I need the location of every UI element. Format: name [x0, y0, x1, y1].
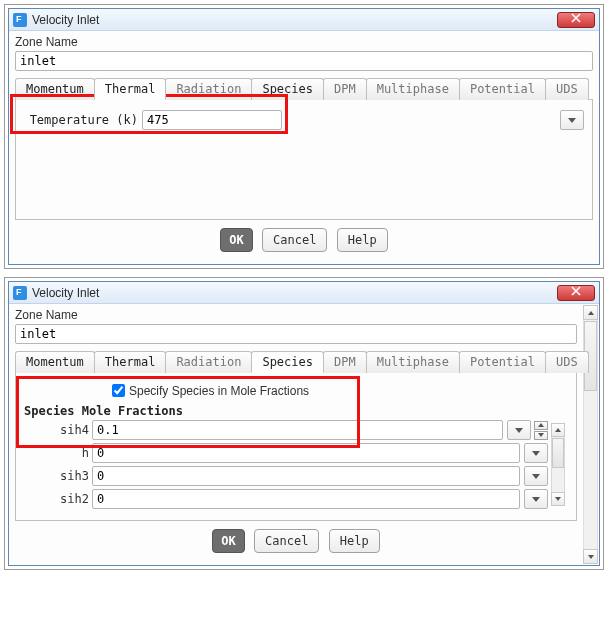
titlebar: Velocity Inlet	[9, 9, 599, 31]
close-icon	[570, 13, 582, 23]
chevron-down-icon	[532, 451, 540, 456]
cancel-button[interactable]: Cancel	[262, 228, 327, 252]
tabbar: Momentum Thermal Radiation Species DPM M…	[15, 77, 593, 100]
species-value-input[interactable]	[92, 489, 520, 509]
zone-name-label: Zone Name	[15, 35, 593, 49]
tab-momentum[interactable]: Momentum	[15, 351, 95, 373]
species-value-input[interactable]	[92, 466, 520, 486]
tab-thermal[interactable]: Thermal	[94, 351, 167, 373]
species-label: sih4	[24, 423, 92, 437]
chevron-down-icon	[515, 428, 523, 433]
species-constant-dropdown[interactable]	[507, 420, 531, 440]
species-label: h	[24, 446, 92, 460]
species-list-scrollbar[interactable]	[551, 423, 565, 506]
species-constant-dropdown[interactable]	[524, 443, 548, 463]
temperature-input[interactable]	[142, 110, 282, 130]
close-icon	[570, 286, 582, 296]
chevron-down-icon	[532, 474, 540, 479]
dialog-vertical-scrollbar[interactable]	[583, 305, 598, 564]
species-panel: Specify Species in Mole Fractions Specie…	[15, 373, 577, 521]
tab-potential[interactable]: Potential	[459, 78, 546, 100]
screenshot-thermal: Velocity Inlet Zone Name Momentum Therma…	[4, 4, 604, 269]
species-stepper[interactable]	[534, 421, 548, 440]
tab-uds[interactable]: UDS	[545, 78, 589, 100]
help-button[interactable]: Help	[337, 228, 388, 252]
species-label: sih3	[24, 469, 92, 483]
zone-name-input[interactable]	[15, 324, 577, 344]
zone-name-label: Zone Name	[15, 308, 577, 322]
cancel-button[interactable]: Cancel	[254, 529, 319, 553]
species-row-sih2: sih2	[24, 489, 548, 509]
app-icon	[13, 286, 27, 300]
window-title: Velocity Inlet	[32, 286, 557, 300]
tab-potential[interactable]: Potential	[459, 351, 546, 373]
species-value-input[interactable]	[92, 420, 503, 440]
thermal-panel: Temperature (k)	[15, 100, 593, 220]
chevron-down-icon	[568, 118, 576, 123]
species-mole-fractions-title: Species Mole Fractions	[24, 404, 568, 418]
species-label: sih2	[24, 492, 92, 506]
tab-uds[interactable]: UDS	[545, 351, 589, 373]
tab-dpm[interactable]: DPM	[323, 78, 367, 100]
ok-button[interactable]: OK	[212, 529, 244, 553]
tab-species[interactable]: Species	[251, 78, 324, 100]
button-bar: OK Cancel Help	[15, 220, 593, 258]
species-constant-dropdown[interactable]	[524, 466, 548, 486]
help-button[interactable]: Help	[329, 529, 380, 553]
chevron-down-icon	[532, 497, 540, 502]
tab-multiphase[interactable]: Multiphase	[366, 78, 460, 100]
velocity-inlet-dialog-thermal: Velocity Inlet Zone Name Momentum Therma…	[8, 8, 600, 265]
step-up-icon	[538, 423, 544, 427]
tab-multiphase[interactable]: Multiphase	[366, 351, 460, 373]
specify-mole-fractions-checkbox[interactable]	[112, 384, 125, 397]
app-icon	[13, 13, 27, 27]
temperature-label: Temperature (k)	[24, 113, 142, 127]
tab-radiation[interactable]: Radiation	[165, 351, 252, 373]
titlebar: Velocity Inlet	[9, 282, 599, 304]
tab-thermal[interactable]: Thermal	[94, 78, 167, 100]
tab-radiation[interactable]: Radiation	[165, 78, 252, 100]
window-title: Velocity Inlet	[32, 13, 557, 27]
species-constant-dropdown[interactable]	[524, 489, 548, 509]
close-button[interactable]	[557, 12, 595, 28]
species-row-sih3: sih3	[24, 466, 548, 486]
species-row-sih4: sih4	[24, 420, 548, 440]
scroll-up-icon	[588, 311, 594, 315]
species-row-h: h	[24, 443, 548, 463]
ok-button[interactable]: OK	[220, 228, 252, 252]
step-down-icon	[538, 433, 544, 437]
button-bar: OK Cancel Help	[15, 521, 577, 559]
velocity-inlet-dialog-species: Velocity Inlet Zone Name Momentum Therma…	[8, 281, 600, 566]
species-value-input[interactable]	[92, 443, 520, 463]
tab-dpm[interactable]: DPM	[323, 351, 367, 373]
scroll-up-icon	[555, 428, 561, 432]
tab-momentum[interactable]: Momentum	[15, 78, 95, 100]
scroll-down-icon	[555, 497, 561, 501]
specify-mole-fractions-label: Specify Species in Mole Fractions	[129, 384, 309, 398]
close-button[interactable]	[557, 285, 595, 301]
temperature-constant-dropdown[interactable]	[560, 110, 584, 130]
tabbar: Momentum Thermal Radiation Species DPM M…	[15, 350, 577, 373]
scroll-down-icon	[588, 555, 594, 559]
scrollbar-thumb[interactable]	[552, 438, 564, 468]
screenshot-species: Velocity Inlet Zone Name Momentum Therma…	[4, 277, 604, 570]
tab-species[interactable]: Species	[251, 351, 324, 373]
zone-name-input[interactable]	[15, 51, 593, 71]
